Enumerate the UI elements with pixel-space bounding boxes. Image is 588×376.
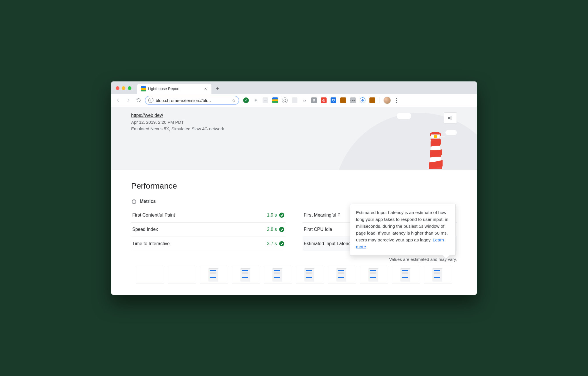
extension-icon[interactable]: CRX	[350, 97, 356, 103]
extension-icon[interactable]: ▭	[301, 97, 307, 103]
metric-tooltip: Estimated Input Latency is an estimate o…	[350, 204, 456, 256]
filmstrip-frame[interactable]	[424, 267, 452, 283]
metric-value: 1.9 s	[267, 213, 277, 218]
profile-avatar[interactable]	[383, 97, 391, 104]
back-button[interactable]	[114, 96, 122, 104]
svg-point-15	[451, 119, 452, 120]
pass-check-icon	[279, 227, 284, 232]
lighthouse-extension-icon[interactable]	[272, 97, 278, 103]
window-controls	[115, 86, 137, 94]
metric-name: First CPU Idle	[304, 227, 332, 232]
share-button[interactable]	[444, 112, 457, 124]
extension-icon[interactable]: ◎	[321, 97, 327, 103]
browser-window: Lighthouse Report × + i blob:chrome-exte…	[111, 81, 477, 295]
close-tab-button[interactable]: ×	[204, 86, 207, 91]
filmstrip-frame[interactable]	[136, 267, 164, 283]
extension-icon[interactable]: ⚛	[253, 97, 259, 103]
filmstrip-frame[interactable]	[264, 267, 292, 283]
report-content: Performance Metrics First Contentful Pai…	[111, 170, 477, 295]
toolbar-divider	[379, 97, 379, 103]
url-text: blob:chrome-extension://bli…	[156, 98, 229, 103]
metric-name: Time to Interactive	[132, 241, 170, 246]
pass-check-icon	[279, 213, 284, 218]
tested-url-link[interactable]: https://web.dev/	[131, 113, 163, 118]
metrics-heading: Metrics	[131, 199, 457, 204]
minimize-window-button[interactable]	[122, 86, 125, 90]
tab-title: Lighthouse Report	[148, 87, 201, 91]
metric-row[interactable]: First Contentful Paint 1.9 s	[131, 208, 285, 223]
extension-icon[interactable]: ⚙	[360, 97, 365, 103]
cloud-icon	[445, 130, 457, 135]
extension-icon[interactable]: { }	[282, 97, 288, 103]
extension-icons: ✓ ⚛ ⋯ { } ▭ B ◎ 🛡 CRX ⚙	[241, 97, 474, 104]
metric-name: Speed Index	[132, 227, 158, 232]
metrics-footnote: Values are estimated and may vary.	[131, 257, 457, 262]
site-info-icon[interactable]: i	[148, 98, 153, 103]
close-window-button[interactable]	[116, 86, 119, 90]
filmstrip-frame[interactable]	[232, 267, 260, 283]
filmstrip-frame[interactable]	[360, 267, 388, 283]
svg-point-14	[451, 116, 452, 117]
metric-name: Estimated Input Latency	[304, 241, 353, 246]
pass-check-icon	[279, 241, 284, 246]
svg-line-16	[449, 117, 451, 117]
extension-icon[interactable]	[340, 97, 346, 103]
svg-point-13	[448, 117, 449, 119]
extension-icon[interactable]: 🛡	[331, 97, 336, 103]
extension-icon[interactable]: B	[311, 97, 317, 103]
metrics-column-left: First Contentful Paint 1.9 s Speed Index…	[131, 208, 285, 251]
lighthouse-illustration	[425, 129, 445, 170]
metric-row[interactable]: Speed Index 2.8 s	[131, 223, 285, 237]
cloud-icon	[397, 113, 411, 119]
filmstrip-frame[interactable]	[328, 267, 356, 283]
filmstrip	[131, 267, 457, 283]
extension-icon[interactable]: ✓	[243, 97, 249, 103]
metrics-label: Metrics	[140, 199, 156, 204]
metric-value: 3.7 s	[267, 241, 277, 246]
svg-line-17	[449, 118, 451, 119]
filmstrip-frame[interactable]	[168, 267, 196, 283]
address-bar[interactable]: i blob:chrome-extension://bli… ☆	[145, 96, 239, 105]
lighthouse-favicon-icon	[141, 86, 146, 91]
chrome-menu-button[interactable]	[395, 97, 398, 104]
metric-name: First Contentful Paint	[132, 213, 175, 218]
metric-name: First Meaningful P	[304, 213, 341, 218]
new-tab-button[interactable]: +	[213, 85, 222, 93]
extension-icon[interactable]	[292, 97, 297, 103]
bookmark-star-icon[interactable]: ☆	[232, 98, 236, 103]
svg-point-2	[434, 135, 437, 138]
report-header: https://web.dev/ Apr 12, 2019, 2:20 PM P…	[111, 107, 477, 170]
browser-toolbar: i blob:chrome-extension://bli… ☆ ✓ ⚛ ⋯ {…	[111, 94, 477, 107]
filmstrip-frame[interactable]	[200, 267, 228, 283]
forward-button[interactable]	[124, 96, 132, 104]
extension-icon[interactable]: ⋯	[263, 97, 268, 103]
maximize-window-button[interactable]	[128, 86, 131, 90]
browser-tab[interactable]: Lighthouse Report ×	[137, 84, 211, 94]
titlebar: Lighthouse Report × +	[111, 81, 477, 94]
metric-value: 2.8 s	[267, 227, 277, 232]
filmstrip-frame[interactable]	[392, 267, 420, 283]
filmstrip-frame[interactable]	[296, 267, 324, 283]
extension-icon[interactable]	[369, 97, 375, 103]
section-title: Performance	[131, 181, 457, 191]
stopwatch-icon	[131, 199, 137, 204]
metric-row[interactable]: Time to Interactive 3.7 s	[131, 237, 285, 251]
reload-button[interactable]	[135, 96, 143, 104]
